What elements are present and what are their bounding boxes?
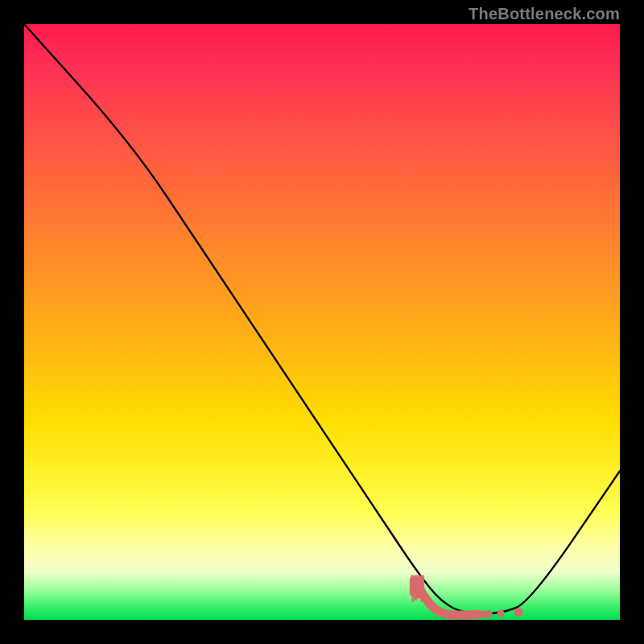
watermark-label: TheBottleneck.com	[469, 5, 620, 23]
svg-point-18	[473, 610, 481, 619]
bottleneck-curve	[24, 24, 620, 620]
optimal-zone-marker	[24, 24, 620, 620]
svg-point-21	[514, 608, 523, 617]
plot-area	[24, 24, 620, 620]
svg-point-19	[485, 610, 493, 617]
chart-container: TheBottleneck.com	[0, 0, 644, 644]
svg-point-20	[497, 609, 505, 617]
